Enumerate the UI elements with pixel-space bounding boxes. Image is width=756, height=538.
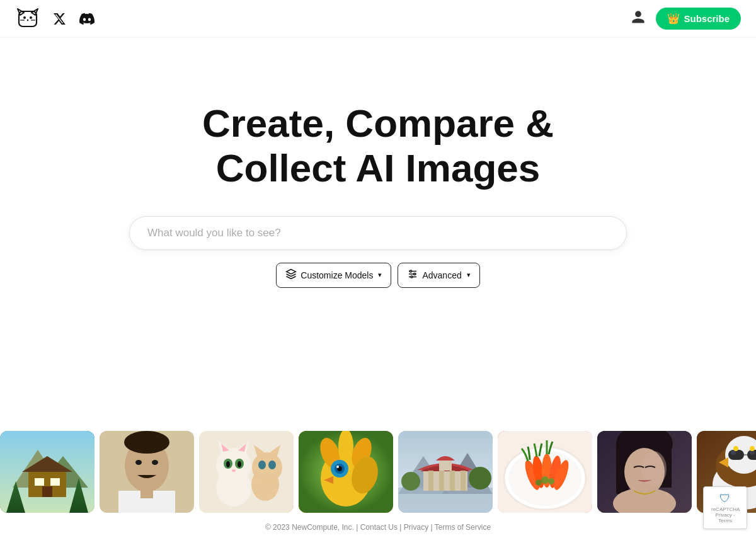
controls-row: Customize Models ▾ Advanced ▾: [276, 263, 479, 288]
svg-point-27: [135, 460, 142, 465]
gallery-image-7[interactable]: [597, 431, 692, 513]
svg-point-47: [258, 461, 266, 469]
svg-rect-67: [450, 471, 455, 491]
footer-contact-link[interactable]: Contact Us: [360, 523, 398, 532]
hero-title: Create, Compare & Collect AI Images: [202, 101, 554, 191]
cube-icon: [285, 268, 297, 282]
svg-rect-21: [42, 486, 52, 497]
customize-models-button[interactable]: Customize Models ▾: [276, 263, 391, 288]
svg-rect-68: [461, 471, 466, 491]
recaptcha-label: reCAPTCHA: [711, 507, 739, 512]
twitter-icon[interactable]: [50, 10, 68, 28]
svg-point-42: [232, 469, 236, 472]
site-header: 👑 Subscribe: [0, 0, 756, 38]
gallery-image-1[interactable]: [0, 431, 94, 513]
svg-point-82: [548, 478, 554, 484]
hero-section: Create, Compare & Collect AI Images Cust…: [0, 38, 756, 326]
svg-point-71: [469, 467, 491, 489]
svg-point-11: [410, 270, 412, 272]
prompt-input[interactable]: [129, 216, 627, 250]
subscribe-button[interactable]: 👑 Subscribe: [656, 8, 741, 30]
discord-icon[interactable]: [78, 10, 96, 28]
svg-point-40: [226, 461, 230, 467]
svg-point-12: [414, 273, 416, 275]
svg-rect-30: [140, 489, 153, 498]
header-left: [15, 6, 631, 31]
user-icon[interactable]: [631, 9, 646, 28]
advanced-button[interactable]: Advanced ▾: [398, 263, 479, 288]
recaptcha-badge: 🛡 reCAPTCHA Privacy - Terms: [703, 486, 747, 529]
svg-point-26: [124, 431, 169, 454]
gallery-image-5[interactable]: [398, 431, 493, 513]
footer: © 2023 NewCompute, Inc. | Contact Us | P…: [0, 523, 756, 532]
footer-copyright: © 2023 NewCompute, Inc.: [265, 523, 354, 532]
svg-rect-19: [35, 478, 44, 486]
sliders-icon: [407, 268, 418, 282]
svg-point-81: [536, 479, 542, 486]
gallery-image-2[interactable]: [100, 431, 194, 513]
svg-rect-65: [428, 471, 433, 491]
svg-point-102: [750, 446, 755, 451]
svg-rect-69: [439, 459, 452, 471]
svg-point-28: [152, 460, 158, 465]
svg-point-41: [238, 461, 241, 467]
svg-point-4: [30, 16, 32, 19]
svg-point-44: [252, 452, 282, 483]
customize-models-label: Customize Models: [301, 270, 373, 280]
svg-point-48: [268, 461, 276, 469]
image-gallery: [0, 431, 756, 513]
svg-point-70: [401, 472, 420, 491]
subscribe-label: Subscribe: [684, 13, 730, 24]
advanced-label: Advanced: [422, 270, 461, 280]
chevron-down-icon-2: ▾: [467, 271, 471, 279]
footer-terms-link[interactable]: Terms of Service: [435, 523, 491, 532]
footer-privacy-link[interactable]: Privacy: [404, 523, 428, 532]
gallery-image-4[interactable]: [299, 431, 393, 513]
gallery-image-6[interactable]: [498, 431, 592, 513]
svg-rect-63: [398, 488, 493, 513]
svg-point-57: [336, 466, 339, 468]
recaptcha-sub: Privacy - Terms: [711, 512, 739, 524]
logo[interactable]: [15, 6, 40, 31]
svg-rect-66: [439, 471, 444, 491]
svg-point-33: [216, 448, 251, 483]
svg-rect-20: [50, 478, 60, 486]
svg-point-80: [541, 476, 549, 484]
svg-point-13: [411, 276, 413, 278]
svg-rect-96: [728, 450, 744, 460]
recaptcha-icon: 🛡: [711, 492, 739, 505]
crown-icon: 👑: [667, 13, 680, 25]
header-right: 👑 Subscribe: [631, 8, 741, 30]
svg-point-5: [27, 19, 28, 20]
svg-point-3: [23, 16, 26, 19]
svg-point-101: [733, 446, 738, 451]
chevron-down-icon: ▾: [378, 271, 382, 279]
gallery-image-3[interactable]: [199, 431, 294, 513]
